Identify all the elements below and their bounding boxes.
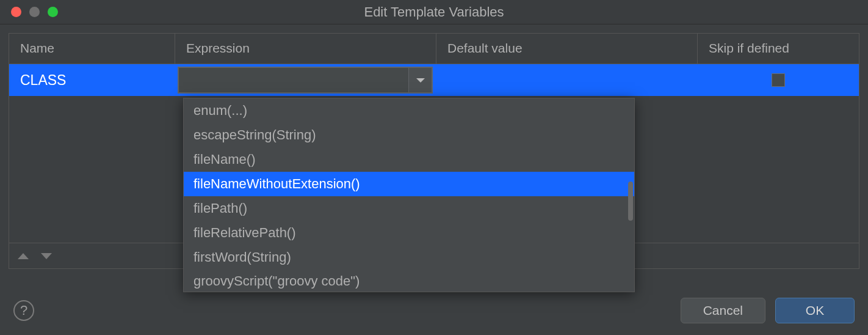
dropdown-item[interactable]: filePath() bbox=[184, 196, 634, 221]
maximize-window-button[interactable] bbox=[48, 7, 58, 17]
help-button[interactable]: ? bbox=[13, 300, 34, 321]
expression-dropdown-button[interactable] bbox=[408, 68, 432, 92]
chevron-down-icon bbox=[416, 78, 425, 83]
column-header-name[interactable]: Name bbox=[9, 34, 175, 64]
skip-if-defined-checkbox[interactable] bbox=[772, 73, 785, 87]
column-header-skip-if-defined[interactable]: Skip if defined bbox=[698, 34, 859, 64]
table-header: Name Expression Default value Skip if de… bbox=[9, 34, 859, 64]
dropdown-scrollbar[interactable] bbox=[628, 182, 633, 221]
column-header-expression[interactable]: Expression bbox=[175, 34, 436, 64]
dropdown-item[interactable]: escapeString(String) bbox=[184, 123, 634, 147]
dropdown-item[interactable]: groovyScript("groovy code") bbox=[184, 270, 634, 292]
dialog-button-bar: ? Cancel OK bbox=[0, 286, 868, 335]
cell-expression[interactable] bbox=[175, 64, 436, 96]
window-controls bbox=[0, 7, 58, 17]
move-down-button[interactable] bbox=[41, 253, 52, 259]
dropdown-item[interactable]: fileNameWithoutExtension() bbox=[184, 172, 634, 196]
close-window-button[interactable] bbox=[11, 7, 21, 17]
expression-combobox[interactable] bbox=[178, 67, 433, 94]
cell-name[interactable]: CLASS bbox=[9, 64, 175, 96]
minimize-window-button bbox=[29, 7, 40, 17]
cell-skip-if-defined[interactable] bbox=[698, 64, 859, 96]
dropdown-item[interactable]: fileName() bbox=[184, 147, 634, 172]
move-up-button[interactable] bbox=[18, 253, 29, 259]
dropdown-item[interactable]: firstWord(String) bbox=[184, 245, 634, 270]
window-title: Edit Template Variables bbox=[364, 4, 504, 20]
expression-input[interactable] bbox=[179, 68, 408, 92]
dropdown-item[interactable]: fileRelativePath() bbox=[184, 221, 634, 245]
expression-dropdown-popup: enum(...) escapeString(String) fileName(… bbox=[183, 98, 635, 292]
cell-default-value[interactable] bbox=[436, 64, 698, 96]
ok-button[interactable]: OK bbox=[775, 298, 855, 323]
column-header-default-value[interactable]: Default value bbox=[436, 34, 698, 64]
table-row[interactable]: CLASS bbox=[9, 64, 859, 96]
dropdown-item[interactable]: enum(...) bbox=[184, 98, 634, 123]
cancel-button[interactable]: Cancel bbox=[681, 298, 765, 323]
titlebar: Edit Template Variables bbox=[0, 0, 868, 24]
